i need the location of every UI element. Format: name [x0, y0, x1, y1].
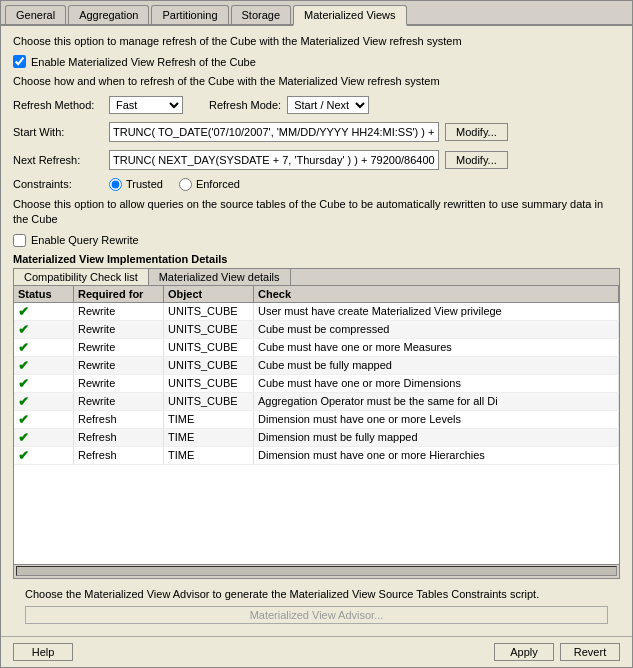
enable-query-checkbox[interactable] [13, 234, 26, 247]
h-scroll-track[interactable] [16, 566, 617, 576]
object-cell: TIME [164, 429, 254, 446]
status-cell: ✔ [14, 393, 74, 410]
impl-title: Materialized View Implementation Details [13, 253, 620, 265]
check-icon: ✔ [18, 430, 29, 445]
col-required: Required for [74, 286, 164, 302]
sub-tab-mv-details[interactable]: Materialized View details [149, 269, 291, 285]
start-with-row: Start With: Modify... [13, 122, 620, 142]
check-cell: User must have create Materialized View … [254, 303, 619, 320]
trusted-radio[interactable] [109, 178, 122, 191]
start-with-label: Start With: [13, 126, 103, 138]
enable-query-label: Enable Query Rewrite [31, 234, 139, 246]
check-cell: Cube must be compressed [254, 321, 619, 338]
next-refresh-row: Next Refresh: Modify... [13, 150, 620, 170]
check-cell: Cube must be fully mapped [254, 357, 619, 374]
table-body: ✔RewriteUNITS_CUBEUser must have create … [14, 303, 619, 564]
status-cell: ✔ [14, 375, 74, 392]
tab-bar: General Aggregation Partitioning Storage… [1, 1, 632, 26]
sub-tab-bar: Compatibility Check list Materialized Vi… [13, 268, 620, 285]
trusted-radio-row: Trusted [109, 178, 163, 191]
status-cell: ✔ [14, 321, 74, 338]
check-cell: Aggregation Operator must be the same fo… [254, 393, 619, 410]
status-cell: ✔ [14, 447, 74, 464]
enable-mv-row: Enable Materialized View Refresh of the … [13, 55, 620, 68]
required-cell: Rewrite [74, 303, 164, 320]
table-row: ✔RewriteUNITS_CUBEUser must have create … [14, 303, 619, 321]
check-cell: Dimension must have one or more Levels [254, 411, 619, 428]
start-with-input[interactable] [109, 122, 439, 142]
object-cell: TIME [164, 411, 254, 428]
table-row: ✔RewriteUNITS_CUBECube must have one or … [14, 375, 619, 393]
next-refresh-modify-btn[interactable]: Modify... [445, 151, 508, 169]
revert-button[interactable]: Revert [560, 643, 620, 661]
check-icon: ✔ [18, 304, 29, 319]
tab-storage[interactable]: Storage [231, 5, 292, 24]
required-cell: Refresh [74, 429, 164, 446]
horizontal-scrollbar[interactable] [14, 564, 619, 578]
required-cell: Refresh [74, 447, 164, 464]
check-icon: ✔ [18, 340, 29, 355]
object-cell: UNITS_CUBE [164, 375, 254, 392]
col-status: Status [14, 286, 74, 302]
constraints-label: Constraints: [13, 178, 103, 190]
status-cell: ✔ [14, 411, 74, 428]
help-button[interactable]: Help [13, 643, 73, 661]
refresh-mode-label: Refresh Mode: [209, 99, 281, 111]
check-cell: Dimension must have one or more Hierarch… [254, 447, 619, 464]
advisor-section: Choose the Materialized View Advisor to … [13, 583, 620, 628]
required-cell: Rewrite [74, 339, 164, 356]
required-cell: Rewrite [74, 321, 164, 338]
main-content: Choose this option to manage refresh of … [1, 26, 632, 636]
table-header: Status Required for Object Check [14, 286, 619, 303]
status-cell: ✔ [14, 303, 74, 320]
constraints-row: Constraints: Trusted Enforced [13, 178, 620, 191]
tab-partitioning[interactable]: Partitioning [151, 5, 228, 24]
table-row: ✔RewriteUNITS_CUBECube must be compresse… [14, 321, 619, 339]
next-refresh-label: Next Refresh: [13, 154, 103, 166]
check-icon: ✔ [18, 358, 29, 373]
check-icon: ✔ [18, 448, 29, 463]
status-cell: ✔ [14, 429, 74, 446]
refresh-method-label: Refresh Method: [13, 99, 103, 111]
constraints-radio-group: Trusted Enforced [109, 178, 240, 191]
required-cell: Rewrite [74, 357, 164, 374]
object-cell: TIME [164, 447, 254, 464]
col-object: Object [164, 286, 254, 302]
object-cell: UNITS_CUBE [164, 321, 254, 338]
tab-general[interactable]: General [5, 5, 66, 24]
apply-button[interactable]: Apply [494, 643, 554, 661]
next-refresh-input[interactable] [109, 150, 439, 170]
object-cell: UNITS_CUBE [164, 393, 254, 410]
sub-tab-compatibility[interactable]: Compatibility Check list [14, 269, 149, 286]
enforced-radio-row: Enforced [179, 178, 240, 191]
advisor-button[interactable]: Materialized View Advisor... [25, 606, 608, 624]
status-cell: ✔ [14, 339, 74, 356]
section2-text: Choose how and when to refresh of the Cu… [13, 74, 620, 89]
required-cell: Rewrite [74, 375, 164, 392]
check-icon: ✔ [18, 412, 29, 427]
bottom-buttons: Help Apply Revert [1, 636, 632, 667]
table-row: ✔RefreshTIMEDimension must have one or m… [14, 411, 619, 429]
check-icon: ✔ [18, 322, 29, 337]
start-with-modify-btn[interactable]: Modify... [445, 123, 508, 141]
table-row: ✔RefreshTIMEDimension must be fully mapp… [14, 429, 619, 447]
required-cell: Refresh [74, 411, 164, 428]
section1-text: Choose this option to manage refresh of … [13, 34, 620, 49]
enable-mv-checkbox[interactable] [13, 55, 26, 68]
check-cell: Cube must have one or more Dimensions [254, 375, 619, 392]
table-row: ✔RewriteUNITS_CUBEAggregation Operator m… [14, 393, 619, 411]
check-icon: ✔ [18, 376, 29, 391]
enable-mv-label: Enable Materialized View Refresh of the … [31, 56, 256, 68]
tab-materialized-views[interactable]: Materialized Views [293, 5, 407, 26]
check-icon: ✔ [18, 394, 29, 409]
trusted-label: Trusted [126, 178, 163, 190]
enable-query-row: Enable Query Rewrite [13, 234, 620, 247]
tab-aggregation[interactable]: Aggregation [68, 5, 149, 24]
refresh-mode-select[interactable]: Start / Next Demand [287, 96, 369, 114]
enforced-label: Enforced [196, 178, 240, 190]
enforced-radio[interactable] [179, 178, 192, 191]
object-cell: UNITS_CUBE [164, 357, 254, 374]
check-cell: Dimension must be fully mapped [254, 429, 619, 446]
section3-text: Choose this option to allow queries on t… [13, 197, 620, 228]
refresh-method-select[interactable]: Fast Complete Force [109, 96, 183, 114]
